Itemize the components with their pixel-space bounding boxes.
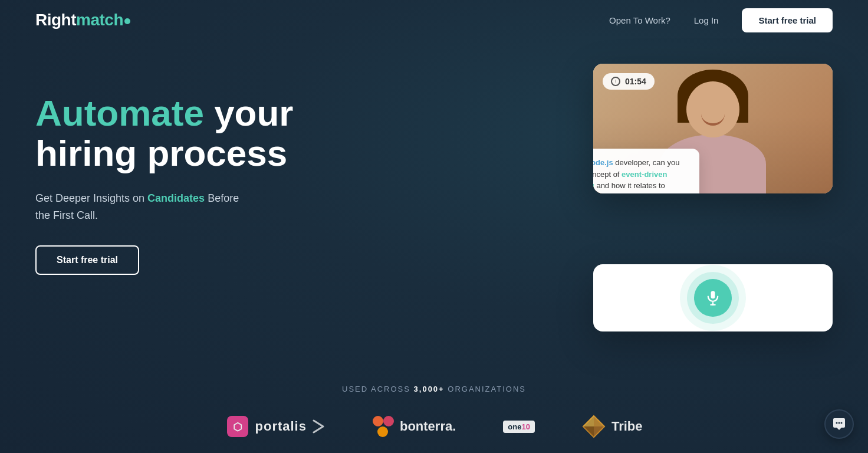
nav-start-trial-button[interactable]: Start free trial bbox=[742, 8, 833, 32]
hero-title: Automate yourhiring process bbox=[35, 93, 354, 173]
logo-tribe: Tribe bbox=[582, 415, 643, 438]
audio-card bbox=[593, 264, 833, 331]
timer-value: 01:54 bbox=[625, 77, 646, 86]
portalis-bracket-icon bbox=[313, 418, 326, 435]
nav-links: Open To Work? Log In Start free trial bbox=[609, 8, 833, 32]
oneten-box-text: one bbox=[508, 422, 521, 431]
svg-point-11 bbox=[839, 422, 840, 424]
logo-right: Right bbox=[35, 11, 76, 29]
logo-bonterra: bonterra. bbox=[373, 416, 456, 437]
hero-content: Automate yourhiring process Get Deeper I… bbox=[35, 64, 354, 275]
tribe-text: Tribe bbox=[611, 419, 643, 434]
svg-text:⬡: ⬡ bbox=[233, 421, 242, 433]
svg-point-12 bbox=[841, 422, 843, 424]
timer-badge: 01:54 bbox=[603, 73, 655, 90]
speech-mid2: and how it relates to Node.js? bbox=[593, 181, 665, 193]
chat-icon bbox=[832, 417, 846, 431]
logo[interactable]: Rightmatch bbox=[35, 11, 130, 29]
logo-oneten: one 10 bbox=[503, 421, 535, 433]
logos-section: USED ACROSS 3,000+ ORGANIZATIONS ⬡ porta… bbox=[0, 367, 868, 453]
bonterra-text: bonterra. bbox=[400, 419, 456, 434]
hero-subtitle-pre: Get Deeper Insights on bbox=[35, 192, 147, 204]
hero-title-accent: Automate bbox=[35, 93, 204, 133]
svg-marker-8 bbox=[583, 426, 594, 437]
clock-icon bbox=[611, 77, 620, 86]
nav-open-to-work[interactable]: Open To Work? bbox=[609, 15, 670, 25]
nav-log-in[interactable]: Log In bbox=[694, 15, 719, 25]
mic-button[interactable] bbox=[694, 279, 732, 317]
svg-marker-9 bbox=[583, 416, 594, 426]
mic-icon bbox=[705, 290, 721, 306]
logo-match: match bbox=[76, 11, 123, 29]
video-card: 01:54 As a senior Node.js developer, can… bbox=[593, 64, 833, 193]
portalis-icon: ⬡ bbox=[226, 415, 249, 438]
svg-marker-6 bbox=[594, 416, 604, 426]
logos-label: USED ACROSS 3,000+ ORGANIZATIONS bbox=[35, 385, 833, 393]
oneten-box: one 10 bbox=[503, 421, 535, 433]
svg-rect-0 bbox=[711, 291, 715, 298]
logos-label-post: ORGANIZATIONS bbox=[445, 385, 526, 393]
hero-section: Automate yourhiring process Get Deeper I… bbox=[0, 40, 868, 367]
logo-portalis: ⬡ portalis bbox=[226, 415, 326, 438]
svg-marker-7 bbox=[594, 426, 604, 437]
speech-nodejs: Node.js bbox=[593, 158, 613, 167]
bonterra-icon bbox=[373, 416, 394, 437]
logos-row: ⬡ portalis bonterra. one 10 bbox=[35, 415, 833, 438]
chat-button[interactable] bbox=[824, 409, 854, 439]
hero-candidates-highlight: Candidates bbox=[147, 192, 205, 204]
hero-subtitle: Get Deeper Insights on Candidates Before… bbox=[35, 190, 354, 224]
logo-dot-icon bbox=[124, 18, 130, 24]
hero-visual: 01:54 As a senior Node.js developer, can… bbox=[389, 64, 833, 331]
navbar: Rightmatch Open To Work? Log In Start fr… bbox=[0, 0, 868, 40]
portalis-text: portalis bbox=[255, 419, 307, 434]
tribe-icon bbox=[582, 415, 606, 438]
oneten-number: 10 bbox=[521, 422, 530, 431]
svg-point-10 bbox=[836, 422, 838, 424]
logos-label-pre: USED ACROSS bbox=[342, 385, 414, 393]
logos-count: 3,000+ bbox=[414, 385, 445, 393]
hero-start-trial-button[interactable]: Start free trial bbox=[35, 245, 139, 275]
speech-bubble: As a senior Node.js developer, can you e… bbox=[593, 149, 699, 193]
